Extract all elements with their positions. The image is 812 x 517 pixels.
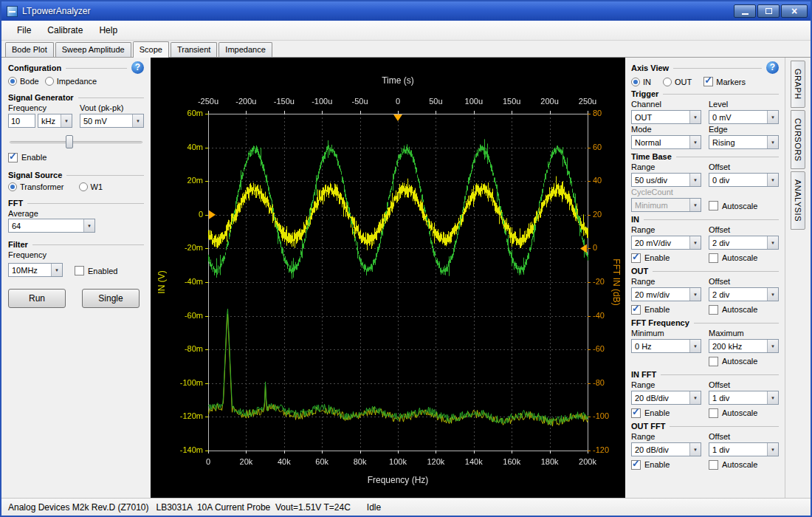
axis-out-radio[interactable]: [663, 78, 672, 86]
chevron-down-icon: [689, 288, 701, 301]
checkbox-box[interactable]: [8, 153, 18, 162]
checkbox-box[interactable]: [631, 305, 641, 315]
autoscale-label: Autoscale: [722, 357, 757, 366]
in-fft-autoscale-checkbox[interactable]: Autoscale: [709, 407, 779, 419]
left-panel: Configuration Bode Impedance Signal Gene…: [1, 58, 151, 498]
checkbox-box[interactable]: [631, 408, 641, 418]
w1-label: W1: [91, 182, 103, 191]
tab-cursors[interactable]: CURSORS: [791, 110, 805, 170]
out-enable-checkbox[interactable]: Enable: [631, 304, 701, 315]
fft-minimum-select[interactable]: 0 Hz: [631, 339, 701, 353]
frequency-unit-select[interactable]: kHz: [38, 114, 72, 128]
single-button[interactable]: Single: [82, 289, 140, 308]
transformer-radio[interactable]: [8, 182, 17, 191]
out-fft-offset-select[interactable]: 1 div: [709, 442, 779, 456]
markers-checkbox[interactable]: [703, 77, 713, 86]
filter-enabled-checkbox[interactable]: Enabled: [75, 265, 117, 277]
chevron-down-icon: [132, 114, 143, 127]
amplitude-slider[interactable]: [10, 134, 142, 150]
menu-file[interactable]: File: [9, 22, 39, 38]
in-range-select[interactable]: 20 mV/div: [631, 236, 701, 250]
checkbox-box[interactable]: [709, 253, 718, 263]
time-base-title: Time Base: [631, 152, 779, 161]
slider-thumb[interactable]: [66, 135, 73, 148]
bode-radio[interactable]: [8, 77, 17, 86]
chevron-down-icon: [689, 443, 701, 456]
tab-impedance[interactable]: Impedance: [219, 42, 272, 57]
autoscale-label: Autoscale: [722, 202, 757, 210]
out-offset-select[interactable]: 2 div: [709, 287, 779, 301]
out-range-select[interactable]: 20 mv/div: [631, 287, 701, 301]
in-enable-checkbox[interactable]: Enable: [631, 252, 701, 264]
run-button[interactable]: Run: [8, 289, 66, 308]
checkbox-box[interactable]: [631, 253, 641, 263]
in-autoscale-checkbox[interactable]: Autoscale: [709, 252, 779, 264]
right-panel: Axis View IN OUT Markers Trigger Channel…: [625, 58, 785, 498]
fft-frequency-autoscale-checkbox[interactable]: Autoscale: [709, 355, 779, 367]
chevron-down-icon: [689, 174, 701, 186]
trigger-edge-select[interactable]: Rising: [709, 135, 779, 149]
out-fft-range-select[interactable]: 20 dB/div: [631, 442, 701, 456]
timebase-range-label: Range: [631, 162, 701, 172]
tab-scope[interactable]: Scope: [133, 41, 169, 58]
chevron-down-icon: [689, 136, 701, 148]
checkbox-box[interactable]: [75, 266, 84, 275]
chevron-down-icon: [689, 199, 701, 211]
vout-select[interactable]: 50 mV: [80, 114, 144, 128]
help-icon[interactable]: [766, 61, 779, 74]
out-fft-enable-checkbox[interactable]: Enable: [631, 459, 701, 470]
fft-average-select[interactable]: 64: [8, 219, 95, 233]
tab-analysis[interactable]: ANALYSIS: [791, 171, 805, 230]
timebase-range-select[interactable]: 50 us/div: [631, 173, 701, 187]
chevron-down-icon: [689, 340, 701, 352]
menu-help[interactable]: Help: [91, 22, 125, 38]
status-bar: Analog Devices M2k Rev.D (Z7010) LB3031A…: [1, 498, 811, 516]
tab-transient[interactable]: Transient: [171, 42, 217, 57]
enabled-label: Enabled: [88, 267, 117, 275]
out-range-label: Range: [631, 277, 701, 287]
out-fft-autoscale-checkbox[interactable]: Autoscale: [709, 459, 779, 470]
enable-label: Enable: [644, 460, 670, 469]
menu-calibrate[interactable]: Calibrate: [39, 22, 91, 38]
impedance-label: Impedance: [57, 77, 97, 86]
side-tab-strip: GRAPH CURSORS ANALYSIS: [785, 58, 811, 498]
impedance-radio[interactable]: [45, 77, 54, 86]
help-icon[interactable]: [131, 61, 144, 74]
w1-radio[interactable]: [79, 182, 88, 191]
checkbox-box[interactable]: [709, 201, 718, 210]
out-autoscale-checkbox[interactable]: Autoscale: [709, 304, 779, 315]
axis-in-radio[interactable]: [631, 78, 640, 86]
tab-sweep-amplitude[interactable]: Sweep Amplitude: [55, 42, 131, 57]
trigger-level-select[interactable]: 0 mV: [709, 110, 779, 124]
scope-area: [151, 58, 625, 498]
timebase-offset-select[interactable]: 0 div: [709, 173, 779, 187]
in-fft-offset-select[interactable]: 1 div: [709, 391, 779, 405]
checkbox-box[interactable]: [631, 460, 641, 470]
minimize-button[interactable]: [734, 4, 756, 18]
menu-bar: File Calibrate Help: [1, 21, 811, 41]
trigger-mode-select[interactable]: Normal: [631, 135, 701, 149]
in-offset-select[interactable]: 2 div: [709, 236, 779, 250]
tab-graph[interactable]: GRAPH: [791, 61, 805, 108]
checkbox-box[interactable]: [709, 408, 718, 418]
checkbox-box[interactable]: [709, 460, 718, 470]
trigger-channel-select[interactable]: OUT: [631, 110, 701, 124]
in-fft-enable-checkbox[interactable]: Enable: [631, 407, 701, 419]
filter-frequency-select[interactable]: 10MHz: [8, 263, 63, 277]
fft-maximum-select[interactable]: 200 kHz: [709, 339, 779, 353]
enable-label: Enable: [21, 153, 47, 162]
in-fft-range-select[interactable]: 20 dB/div: [631, 391, 701, 405]
maximize-icon: [765, 8, 772, 14]
maximize-button[interactable]: [757, 4, 780, 18]
fft-title: FFT: [8, 199, 144, 208]
signal-enable-checkbox[interactable]: Enable: [8, 151, 144, 163]
axis-out-label: OUT: [675, 78, 692, 86]
timebase-autoscale-checkbox[interactable]: Autoscale: [709, 200, 779, 212]
checkbox-box[interactable]: [709, 305, 718, 315]
checkbox-box[interactable]: [709, 357, 718, 366]
frequency-input[interactable]: [8, 114, 35, 128]
tab-bode-plot[interactable]: Bode Plot: [5, 42, 54, 57]
close-button[interactable]: [781, 4, 808, 18]
slider-track: [10, 141, 142, 143]
scope-plot[interactable]: [151, 58, 625, 498]
